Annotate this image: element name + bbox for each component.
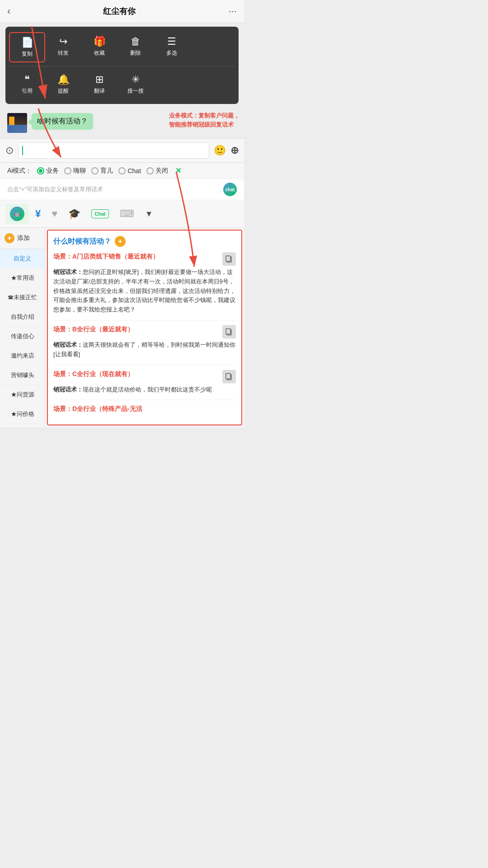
- menu-translate[interactable]: ⊞ 翻译: [81, 70, 117, 99]
- context-menu-row1: 📄 复制 ↪ 转发 🎁 收藏 🗑 删除 ☰ 多选: [9, 32, 235, 62]
- cursor: [22, 146, 23, 155]
- sidebar: + 添加 自定义 ★常用语 ☎未接正忙 自我介绍 传递信心 邀约来店 营销噱: [0, 228, 45, 427]
- toolbar-keyboard[interactable]: ⌨: [115, 205, 139, 222]
- query-plus-button[interactable]: +: [115, 236, 126, 247]
- menu-quote[interactable]: ❝ 引用: [9, 70, 45, 99]
- query-title: 什么时候有活动？: [53, 237, 111, 246]
- chat-section: 啥时候有活动？ 业务模式：复制客户问题，智能推荐销冠级回复话术: [0, 108, 244, 138]
- chat-badge[interactable]: chat: [223, 183, 237, 196]
- menu-quote-label: 引用: [22, 87, 33, 95]
- quote-icon: ❝: [24, 74, 30, 85]
- sidebar-add-label: 添加: [17, 234, 30, 242]
- sidebar-item-common[interactable]: ★常用语: [0, 269, 45, 288]
- scene-c-content: 销冠话术：现在这个就是活动价哈，我们平时都比这贵不少呢: [53, 385, 236, 395]
- ai-mode-parenting[interactable]: 育儿: [91, 167, 113, 175]
- sidebar-custom-label: 自定义: [14, 255, 31, 262]
- ai-mode-off[interactable]: 关闭: [146, 167, 168, 175]
- toolbar-money[interactable]: ¥: [31, 205, 45, 222]
- delete-icon: 🗑: [131, 36, 141, 47]
- add-circle-icon: +: [5, 233, 14, 243]
- toolbar-grad[interactable]: 🎓: [64, 205, 85, 222]
- right-panel: 什么时候有活动？ + 场景：A门店类线下销售（最近就有） 销冠话术：您问的正是时…: [47, 230, 242, 425]
- toolbar-heart[interactable]: ♥: [47, 205, 62, 222]
- radio-off: [146, 167, 154, 175]
- ai-mode-chat[interactable]: 嗨聊: [64, 167, 86, 175]
- chat-text-icon: Chat: [91, 209, 108, 218]
- toolbar-robot[interactable]: 🤖: [5, 204, 29, 224]
- add-button[interactable]: ⊕: [230, 145, 239, 156]
- sidebar-item-intro[interactable]: 自我介绍: [0, 307, 45, 327]
- more-button[interactable]: ···: [229, 5, 237, 17]
- radio-gpt: [118, 167, 126, 175]
- menu-translate-label: 翻译: [94, 87, 105, 95]
- sidebar-price-label: ★问价格: [11, 410, 34, 417]
- radio-inner: [39, 169, 42, 173]
- back-button[interactable]: ‹: [7, 5, 10, 17]
- scene-c-copy-button[interactable]: [222, 370, 236, 383]
- money-icon: ¥: [35, 208, 41, 220]
- menu-remind-label: 提醒: [58, 87, 69, 95]
- scene-c: 场景：C全行业（现在就有） 销冠话术：现在这个就是活动价哈，我们平时都比这贵不少…: [53, 370, 236, 395]
- main-content: + 添加 自定义 ★常用语 ☎未接正忙 自我介绍 传递信心 邀约来店 营销噱: [0, 228, 244, 427]
- sidebar-common-label: ★常用语: [11, 274, 34, 281]
- chat-area: 啥时候有活动？ 业务模式：复制客户问题，智能推荐销冠级回复话术: [0, 108, 244, 138]
- ai-mode-business[interactable]: 业务: [37, 167, 59, 175]
- menu-search-label: 搜一搜: [127, 87, 144, 95]
- scene-b: 场景：B全行业（最近就有） 销冠话术：这两天很快就会有了，稍等等哈，到时候我第一…: [53, 325, 236, 359]
- menu-multiselect[interactable]: ☰ 多选: [154, 32, 190, 62]
- sidebar-item-marketing[interactable]: 营销噱头: [0, 366, 45, 385]
- sidebar-source-label: ★问货源: [11, 391, 34, 398]
- ai-mode-label: Ai模式：: [7, 167, 32, 175]
- menu-copy[interactable]: 📄 复制: [9, 32, 45, 62]
- mic-button[interactable]: ⊙: [5, 145, 14, 156]
- scene-a-copy-button[interactable]: [222, 252, 236, 266]
- menu-remind[interactable]: 🔔 提醒: [45, 70, 81, 99]
- svg-rect-5: [226, 329, 230, 334]
- menu-delete[interactable]: 🗑 删除: [117, 32, 154, 62]
- ai-mode-chat-label: 嗨聊: [73, 167, 86, 175]
- toolbar-expand[interactable]: ▼: [141, 207, 158, 222]
- sidebar-item-price[interactable]: ★问价格: [0, 405, 45, 424]
- toolbar-chat-text[interactable]: Chat: [87, 207, 113, 221]
- sidebar-add-button[interactable]: + 添加: [0, 228, 45, 249]
- sidebar-item-custom[interactable]: 自定义: [0, 249, 45, 269]
- menu-search[interactable]: ✳ 搜一搜: [117, 70, 154, 99]
- sidebar-item-invite[interactable]: 邀约来店: [0, 346, 45, 366]
- sidebar-intro-label: 自我介绍: [11, 313, 34, 320]
- divider-cd: [53, 400, 236, 400]
- scene-a: 场景：A门店类线下销售（最近就有） 销冠话术：您问的正是时候[呲牙]，我们刚好最…: [53, 252, 236, 315]
- sidebar-busy-label: ☎未接正忙: [8, 294, 37, 301]
- scene-b-copy-button[interactable]: [222, 325, 236, 339]
- menu-copy-label: 复制: [22, 50, 33, 58]
- keyboard-icon: ⌨: [120, 208, 134, 220]
- query-title-row: 什么时候有活动？ +: [53, 236, 236, 247]
- radio-chat: [64, 167, 71, 175]
- sidebar-item-busy[interactable]: ☎未接正忙: [0, 288, 45, 307]
- sidebar-item-source[interactable]: ★问货源: [0, 385, 45, 405]
- ai-close-button[interactable]: ✕: [175, 166, 181, 175]
- toolbar: 🤖 ¥ ♥ 🎓 Chat ⌨ ▼: [0, 200, 244, 228]
- ai-mode-gpt[interactable]: Chat: [118, 167, 141, 175]
- sidebar-item-confidence[interactable]: 传递信心: [0, 327, 45, 346]
- forward-icon: ↪: [59, 36, 67, 47]
- sidebar-marketing-label: 营销噱头: [11, 372, 34, 378]
- svg-rect-3: [226, 256, 230, 261]
- page-wrapper: ‹ 红尘有你 ··· 📄 复制 ↪ 转发 🎁 收藏 🗑 删除 ☰: [0, 0, 244, 427]
- menu-multiselect-label: 多选: [166, 49, 177, 57]
- chat-badge-label: chat: [225, 187, 235, 192]
- scene-a-title: 场景：A门店类线下销售（最近就有）: [53, 252, 222, 261]
- copy-b-icon: [225, 328, 233, 336]
- divider-bc: [53, 365, 236, 365]
- ai-mode-parenting-label: 育儿: [100, 167, 113, 175]
- radio-parenting: [91, 167, 99, 175]
- menu-collect[interactable]: 🎁 收藏: [81, 32, 117, 62]
- menu-delete-label: 删除: [130, 49, 141, 57]
- menu-forward[interactable]: ↪ 转发: [45, 32, 81, 62]
- text-input[interactable]: [18, 142, 209, 159]
- scene-c-header: 场景：C全行业（现在就有）: [53, 370, 236, 383]
- avatar: [7, 113, 27, 133]
- graduation-icon: 🎓: [68, 208, 80, 220]
- scene-a-header: 场景：A门店类线下销售（最近就有）: [53, 252, 236, 266]
- search-icon: ✳: [131, 74, 140, 85]
- emoji-button[interactable]: 🙂: [214, 145, 226, 156]
